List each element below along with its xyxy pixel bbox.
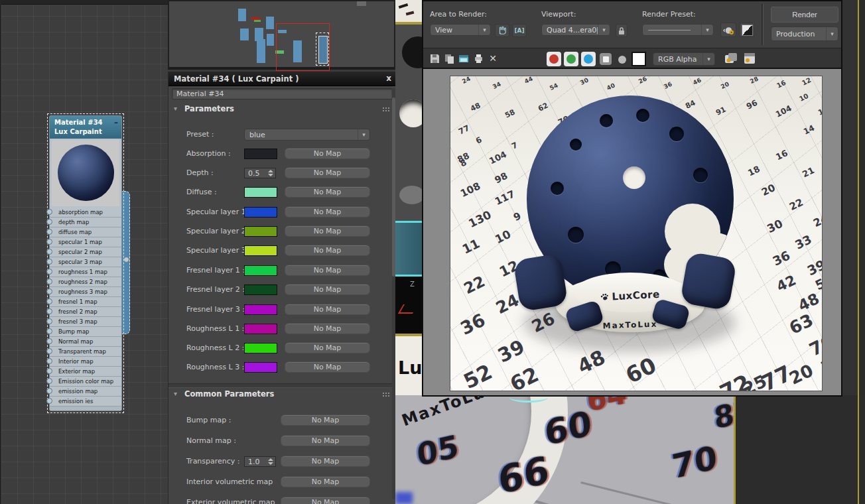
slot-socket[interactable] [46,388,52,394]
material-node-header[interactable]: Material #34 Lux Carpaint – [50,116,121,139]
background-color-swatch[interactable] [632,52,646,66]
spinner-up-icon[interactable] [268,458,273,461]
no-map-button[interactable]: No Map [285,361,370,373]
render-mode-dropdown[interactable]: Production ▾ [771,27,838,41]
spinner-up-icon[interactable] [268,170,273,172]
color-swatch[interactable] [244,362,277,373]
no-map-button[interactable]: No Map [285,167,370,178]
no-map-button[interactable]: No Map [281,476,370,487]
slot-socket[interactable] [46,318,52,324]
area-to-render-dropdown[interactable]: View ▾ [430,24,491,36]
value-spinner[interactable]: 1.0 [244,456,276,467]
rollout-common-parameters[interactable]: ▾ Common Parameters [170,389,395,400]
clear-image-button[interactable]: ✕ [487,52,499,64]
slot-socket[interactable] [46,358,52,364]
material-node[interactable]: Material #34 Lux Carpaint – absorption m… [49,115,122,411]
color-correction-button[interactable] [723,51,739,66]
color-swatch[interactable] [244,343,277,353]
spinner-down-icon[interactable] [268,174,273,176]
color-swatch[interactable] [244,207,277,218]
value-spinner[interactable]: 0.5 [244,168,276,178]
spinner-down-icon[interactable] [268,462,273,465]
no-map-button[interactable]: No Map [285,342,370,353]
no-map-button[interactable]: No Map [281,497,370,504]
slot-socket[interactable] [46,338,52,344]
blue-channel-button[interactable] [581,52,596,66]
chevron-down-icon[interactable]: ▾ [598,25,610,35]
render-button[interactable]: Render [771,7,838,23]
monochrome-channel-button[interactable] [618,56,626,64]
slot-socket[interactable] [46,209,52,215]
slot-socket[interactable] [46,328,52,334]
exposure-control-button[interactable] [739,23,755,37]
no-map-button[interactable]: No Map [285,265,370,276]
auto-region-button[interactable]: [A] [512,24,527,37]
rollout-parameters[interactable]: ▾ Parameters [170,103,395,115]
spinner-arrows-icon[interactable] [268,170,273,178]
no-map-button[interactable]: No Map [285,284,370,295]
no-map-button[interactable]: No Map [285,245,370,256]
node-resize-grip[interactable] [50,407,121,410]
no-map-button[interactable]: No Map [281,456,370,467]
clone-rendered-frame-button[interactable] [458,52,470,64]
material-name-field[interactable]: Material #34 [172,88,393,99]
render-setup-button[interactable] [720,23,736,37]
slot-socket[interactable] [46,308,52,314]
render-history-button[interactable] [742,51,758,66]
slot-socket[interactable] [46,239,52,245]
no-map-button[interactable]: No Map [285,206,370,218]
no-map-button[interactable]: No Map [285,186,370,198]
no-map-button[interactable]: No Map [285,304,370,315]
slot-socket[interactable] [46,288,52,294]
chevron-down-icon[interactable]: ▾ [826,27,838,40]
green-channel-button[interactable] [564,52,578,66]
no-map-button[interactable]: No Map [281,414,370,426]
close-icon[interactable]: x [386,74,391,83]
color-swatch[interactable] [244,245,277,256]
save-image-button[interactable] [429,52,440,64]
viewport-dropdown[interactable]: Quad 4...era001 | ▾ [541,24,610,36]
viewport-sliver[interactable]: Z Lu [395,0,422,395]
slot-socket[interactable] [46,279,52,284]
panel-scrollbar[interactable] [392,88,395,499]
chevron-down-icon[interactable]: ▾ [478,25,490,35]
alpha-channel-button[interactable] [600,53,612,65]
viewport-bottom-region[interactable]: MaxToLux 056066708264 [395,395,865,504]
chevron-down-icon[interactable]: ▾ [702,53,714,65]
viewport-right-strip[interactable] [842,0,865,395]
lock-viewport-button[interactable] [616,24,628,37]
selected-cylinder-body[interactable] [395,223,422,275]
color-swatch[interactable] [244,304,277,315]
color-swatch[interactable] [244,284,277,295]
channel-display-dropdown[interactable]: RGB Alpha ▾ [653,52,715,66]
navigator-view-rect[interactable] [276,23,330,71]
spinner-arrows-icon[interactable] [268,458,273,466]
preset-dropdown[interactable]: blue▾ [244,129,370,141]
chevron-down-icon[interactable]: ▾ [358,129,369,140]
print-image-button[interactable] [472,52,484,64]
navigator-panel[interactable] [168,0,395,70]
slot-socket[interactable] [46,229,52,235]
no-map-button[interactable]: No Map [285,225,370,237]
color-swatch[interactable] [244,226,277,237]
material-preview-thumbnail[interactable] [52,140,119,206]
red-channel-button[interactable] [547,52,561,66]
panel-title-bar[interactable]: Material #34 ( Lux Carpaint ) x [168,72,395,86]
color-swatch[interactable] [244,149,277,159]
scrollbar-thumb[interactable] [392,97,395,277]
color-swatch[interactable] [244,324,277,334]
no-map-button[interactable]: No Map [285,148,370,159]
slot-socket[interactable] [46,298,52,304]
slot-socket[interactable] [46,259,52,265]
node-minimize-button[interactable]: – [114,117,118,129]
edit-region-button[interactable] [495,24,509,37]
slot-socket[interactable] [46,398,52,404]
no-map-button[interactable]: No Map [281,435,370,446]
slot-socket[interactable] [46,269,52,275]
chevron-down-icon[interactable]: ▾ [701,25,713,35]
color-swatch[interactable] [244,265,277,276]
node-output-socket[interactable] [123,257,129,263]
slot-socket[interactable] [46,378,52,384]
render-preset-dropdown[interactable]: ▾ [642,24,714,36]
copy-image-button[interactable] [443,52,455,64]
